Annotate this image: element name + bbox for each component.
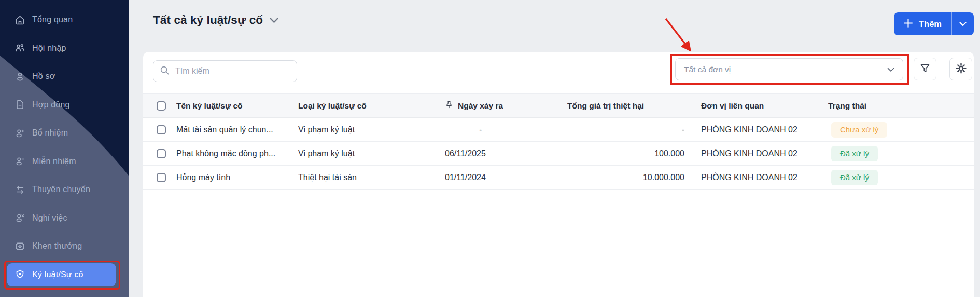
status-badge: Đã xử lý xyxy=(831,146,878,161)
cell-name: Phạt không mặc đồng ph... xyxy=(176,142,275,165)
table-header-row: Tên kỷ luật/sự cố Loại kỷ luật/sự cố Ngà… xyxy=(143,93,974,118)
add-button[interactable]: Thêm xyxy=(894,12,951,35)
cell-damage: - xyxy=(682,118,684,141)
filter-button[interactable] xyxy=(914,58,936,80)
sidebar-item-ky-luat-su-co[interactable]: Kỷ luật/Sự cố xyxy=(0,261,129,289)
unit-filter-select[interactable]: Tất cả đơn vị xyxy=(675,58,903,80)
sidebar-item-bo-nhiem[interactable]: Bổ nhiệm xyxy=(0,119,129,147)
row-checkbox[interactable] xyxy=(157,125,166,134)
cell-date: - xyxy=(479,118,482,141)
sidebar-item-ho-so[interactable]: Hồ sơ xyxy=(0,62,129,91)
sidebar: Tổng quan Hội nhập Hồ sơ Hợp đồng xyxy=(0,0,129,297)
status-badge: Chưa xử lý xyxy=(831,122,887,138)
sidebar-item-tong-quan[interactable]: Tổng quan xyxy=(0,6,129,34)
cell-unit: PHÒNG KINH DOANH 02 xyxy=(701,118,797,141)
home-icon xyxy=(15,15,25,25)
column-header-unit: Đơn vị liên quan xyxy=(701,94,764,117)
content-panel: Tất cả đơn vị xyxy=(143,52,974,297)
column-header-status: Trạng thái xyxy=(828,94,866,117)
add-button-group: Thêm xyxy=(894,12,974,35)
add-button-caret[interactable] xyxy=(952,12,974,35)
plus-icon xyxy=(903,18,913,30)
discipline-shield-x-icon xyxy=(15,269,25,280)
cell-type: Vi phạm kỷ luật xyxy=(298,118,355,141)
gear-icon xyxy=(955,62,967,76)
title-chevron-down-icon[interactable] xyxy=(270,18,278,23)
sidebar-item-label: Hồ sơ xyxy=(32,72,55,81)
sidebar-item-label: Khen thưởng xyxy=(32,241,82,251)
table-row[interactable]: Mất tài sản quản lý chun... Vi phạm kỷ l… xyxy=(143,118,974,142)
app-window: Tổng quan Hội nhập Hồ sơ Hợp đồng xyxy=(0,0,980,297)
table-row[interactable]: Hỏng máy tính Thiệt hại tài sản 01/11/20… xyxy=(143,166,974,190)
sidebar-item-label: Kỷ luật/Sự cố xyxy=(32,270,83,279)
cell-date: 01/11/2024 xyxy=(445,166,486,189)
reward-badge-icon xyxy=(15,241,25,252)
table-row[interactable]: Phạt không mặc đồng ph... Vi phạm kỷ luậ… xyxy=(143,142,974,166)
sidebar-item-hop-dong[interactable]: Hợp đồng xyxy=(0,91,129,119)
cell-unit: PHÒNG KINH DOANH 02 xyxy=(701,142,797,165)
cell-name: Hỏng máy tính xyxy=(176,166,230,189)
column-header-damage: Tổng giá trị thiệt hại xyxy=(567,94,644,117)
sidebar-item-label: Thuyên chuyển xyxy=(32,185,90,194)
disciplines-table: Tên kỷ luật/sự cố Loại kỷ luật/sự cố Ngà… xyxy=(143,93,974,190)
sidebar-item-khen-thuong[interactable]: Khen thưởng xyxy=(0,232,129,261)
cell-damage: 10.000.000 xyxy=(643,166,684,189)
contract-document-icon xyxy=(15,99,25,110)
select-all-checkbox[interactable] xyxy=(157,101,166,111)
sidebar-menu: Tổng quan Hội nhập Hồ sơ Hợp đồng xyxy=(0,6,129,289)
chevron-down-icon xyxy=(887,65,894,74)
dismiss-user-minus-icon xyxy=(15,156,25,167)
cell-type: Thiệt hại tài sản xyxy=(298,166,357,189)
search-input[interactable] xyxy=(174,66,290,76)
row-checkbox[interactable] xyxy=(157,149,166,158)
sidebar-item-label: Nghỉ việc xyxy=(32,213,67,223)
cell-date: 06/11/2025 xyxy=(445,142,486,165)
column-header-date: Ngày xảy ra xyxy=(445,94,503,117)
cell-name: Mất tài sản quản lý chun... xyxy=(176,118,273,141)
settings-button[interactable] xyxy=(949,58,972,80)
cell-unit: PHÒNG KINH DOANH 02 xyxy=(701,166,797,189)
chevron-down-icon xyxy=(959,20,967,28)
pin-icon xyxy=(445,101,453,111)
sidebar-item-label: Miễn nhiệm xyxy=(32,157,76,166)
add-button-label: Thêm xyxy=(919,19,942,29)
resign-user-x-icon xyxy=(15,212,25,223)
profile-person-icon xyxy=(15,71,25,82)
funnel-filter-icon xyxy=(920,63,930,75)
sidebar-item-nghi-viec[interactable]: Nghỉ việc xyxy=(0,204,129,233)
search-icon xyxy=(160,65,170,77)
cell-type: Vi phạm kỷ luật xyxy=(298,142,355,165)
page-title-bar: Tất cả kỷ luật/sự cố xyxy=(153,14,278,27)
status-badge: Đã xử lý xyxy=(831,170,878,185)
appoint-user-plus-icon xyxy=(15,128,25,139)
transfer-arrows-icon xyxy=(15,184,25,195)
page-title: Tất cả kỷ luật/sự cố xyxy=(153,14,263,27)
search-box[interactable] xyxy=(153,60,297,82)
sidebar-item-hoi-nhap[interactable]: Hội nhập xyxy=(0,34,129,63)
sidebar-item-thuyen-chuyen[interactable]: Thuyên chuyển xyxy=(0,176,129,204)
sidebar-item-label: Hội nhập xyxy=(32,44,66,53)
column-header-name: Tên kỷ luật/sự cố xyxy=(176,94,243,117)
sidebar-item-label: Tổng quan xyxy=(32,15,73,24)
main-content: Tất cả kỷ luật/sự cố Thêm xyxy=(129,0,980,297)
unit-filter-value: Tất cả đơn vị xyxy=(684,65,731,74)
row-checkbox[interactable] xyxy=(157,173,166,182)
onboarding-group-icon xyxy=(15,43,25,53)
sidebar-item-label: Hợp đồng xyxy=(32,100,70,110)
sidebar-item-mien-nhiem[interactable]: Miễn nhiệm xyxy=(0,147,129,176)
sidebar-item-label: Bổ nhiệm xyxy=(32,128,68,138)
column-header-type: Loại kỷ luật/sự cố xyxy=(298,94,367,117)
cell-damage: 100.000 xyxy=(654,142,684,165)
